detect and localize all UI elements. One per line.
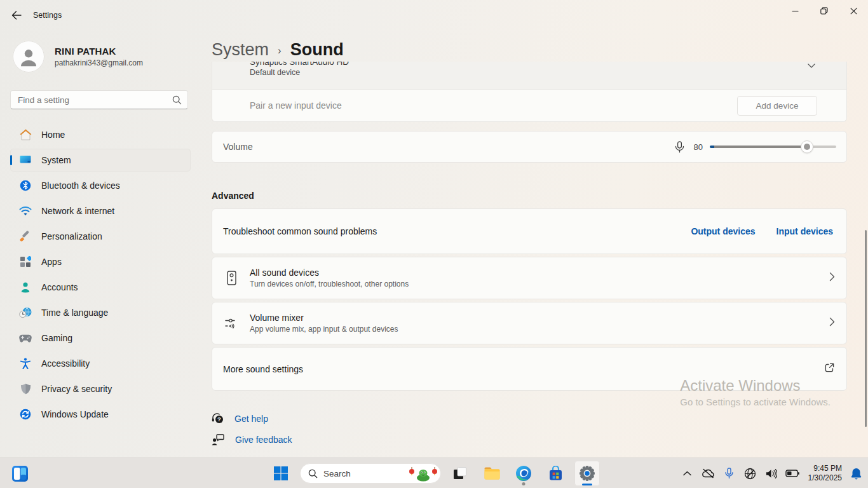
all-sound-devices-subtitle: Turn devices on/off, troubleshoot, other… <box>250 280 829 288</box>
edge-button[interactable] <box>511 461 536 486</box>
store-button[interactable] <box>543 461 568 486</box>
sidebar-item-home[interactable]: Home <box>10 123 191 146</box>
close-button[interactable] <box>839 0 868 22</box>
search-icon <box>172 95 182 105</box>
settings-gear-icon <box>579 465 595 482</box>
sidebar-item-label: Personalization <box>41 231 102 241</box>
onedrive-status-button[interactable] <box>700 464 717 483</box>
sidebar-item-system[interactable]: System <box>10 149 191 172</box>
person-icon <box>19 47 38 67</box>
sidebar-item-label: Windows Update <box>41 409 109 419</box>
apps-icon <box>19 255 32 268</box>
output-devices-link[interactable]: Output devices <box>691 226 755 236</box>
troubleshoot-label: Troubleshoot common sound problems <box>223 226 377 236</box>
file-explorer-button[interactable] <box>479 461 505 486</box>
breadcrumb: System › Sound <box>212 38 847 62</box>
volume-slider[interactable] <box>710 140 836 153</box>
breadcrumb-system[interactable]: System <box>212 40 269 60</box>
volume-row: Volume 80 <box>212 131 847 163</box>
settings-search[interactable] <box>10 90 188 109</box>
more-sound-settings-label: More sound settings <box>223 364 303 374</box>
sidebar-item-personalization[interactable]: Personalization <box>10 225 191 248</box>
taskbar-search[interactable]: Search <box>300 463 441 484</box>
footer-links: ? Get help Give feedback <box>212 412 847 445</box>
volume-label: Volume <box>223 142 253 152</box>
taskbar-search-placeholder: Search <box>323 469 403 478</box>
slider-fill <box>714 146 807 148</box>
sidebar-item-accounts[interactable]: Accounts <box>10 276 191 299</box>
volume-mixer-row[interactable]: Volume mixer App volume mix, app input &… <box>212 302 847 344</box>
sidebar-item-windows-update[interactable]: Windows Update <box>10 403 191 426</box>
sidebar-item-apps[interactable]: Apps <box>10 250 191 273</box>
speaker-device-icon <box>222 271 240 285</box>
search-input[interactable] <box>18 95 168 105</box>
all-sound-devices-row[interactable]: All sound devices Turn devices on/off, t… <box>212 257 847 299</box>
slider-thumb[interactable] <box>801 140 813 153</box>
more-sound-settings-row[interactable]: More sound settings <box>212 347 847 391</box>
back-arrow-icon <box>11 11 22 20</box>
back-button[interactable] <box>8 6 25 24</box>
titlebar: Settings <box>0 0 868 30</box>
sidebar-item-privacy-security[interactable]: Privacy & security <box>10 377 191 400</box>
page-title: Sound <box>290 40 344 60</box>
notifications-button[interactable] <box>848 464 864 483</box>
get-help-label: Get help <box>234 414 268 424</box>
onedrive-offline-icon <box>702 468 715 478</box>
pair-device-row: Pair a new input device Add device <box>212 90 846 121</box>
scrollbar[interactable] <box>865 230 867 427</box>
sidebar-item-bluetooth-devices[interactable]: Bluetooth & devices <box>10 174 191 197</box>
hidden-icons-button[interactable] <box>679 464 696 483</box>
sidebar-item-label: Home <box>41 130 65 140</box>
breadcrumb-separator: › <box>278 44 281 57</box>
feedback-icon <box>212 434 224 445</box>
task-view-button[interactable] <box>447 461 473 486</box>
sidebar-item-label: Time & language <box>41 308 108 318</box>
volume-status-button[interactable] <box>763 464 780 483</box>
chevron-down-icon <box>807 62 816 69</box>
file-explorer-icon <box>484 466 501 480</box>
sidebar-item-label: Privacy & security <box>41 384 112 394</box>
external-link-icon <box>825 363 834 375</box>
get-help-link[interactable]: ? Get help <box>212 412 268 424</box>
maximize-button[interactable] <box>810 0 839 22</box>
taskbar: Search <box>0 458 868 488</box>
chevron-right-icon <box>829 272 835 284</box>
start-button[interactable] <box>268 461 294 486</box>
svg-text:?: ? <box>217 416 221 423</box>
microphone-icon[interactable] <box>675 141 684 153</box>
sidebar-item-gaming[interactable]: Gaming <box>10 327 191 349</box>
battery-icon <box>785 470 799 477</box>
network-icon <box>19 205 32 217</box>
advanced-heading: Advanced <box>212 191 847 201</box>
add-device-button[interactable]: Add device <box>737 96 817 116</box>
network-status-button[interactable] <box>742 464 759 483</box>
no-internet-icon <box>744 468 756 480</box>
sidebar-item-network-internet[interactable]: Network & internet <box>10 200 191 222</box>
accessibility-icon <box>19 357 32 370</box>
battery-status-button[interactable] <box>784 464 801 483</box>
settings-taskbar-button[interactable] <box>574 461 600 486</box>
input-devices-link[interactable]: Input devices <box>776 226 833 236</box>
give-feedback-link[interactable]: Give feedback <box>212 434 292 445</box>
minimize-button[interactable] <box>780 0 810 22</box>
mixer-icon <box>222 317 240 330</box>
user-name: RINI PATHAK <box>55 46 143 57</box>
account-summary[interactable]: RINI PATHAK pathakrini343@gmail.com <box>13 41 191 72</box>
search-highlight-snake-decoration <box>409 464 438 482</box>
privacy-icon <box>19 383 32 395</box>
device-status: Default device <box>250 68 846 77</box>
sidebar-item-label: Bluetooth & devices <box>41 180 120 191</box>
input-device-selected[interactable]: Synaptics SmartAudio HD Default device <box>212 62 846 90</box>
sidebar-item-label: Network & internet <box>41 206 114 216</box>
microphone-status-button[interactable] <box>721 464 738 483</box>
sidebar-item-time-language[interactable]: Time & language <box>10 301 191 324</box>
input-device-card: Synaptics SmartAudio HD Default device P… <box>212 62 847 122</box>
running-indicator <box>522 482 526 485</box>
avatar <box>13 41 44 72</box>
sidebar-item-accessibility[interactable]: Accessibility <box>10 352 191 375</box>
gaming-icon <box>19 332 32 344</box>
clock[interactable]: 9:45 PM 1/30/2025 <box>808 464 842 483</box>
sidebar: RINI PATHAK pathakrini343@gmail.com Home <box>0 30 201 458</box>
sidebar-item-label: Accounts <box>41 282 78 292</box>
microphone-tray-icon <box>725 468 733 479</box>
